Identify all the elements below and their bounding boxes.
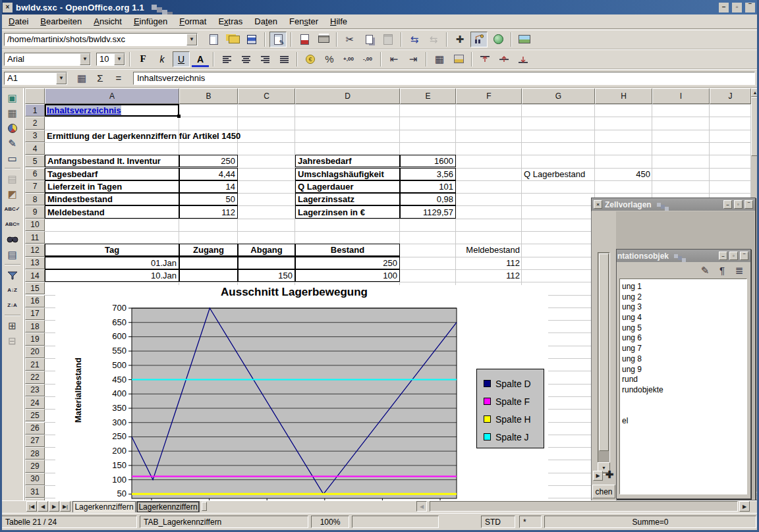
bold-button[interactable]: F	[134, 51, 152, 67]
cell-A7[interactable]: Lieferzeit in Tagen	[45, 180, 179, 193]
strip-scroll-thumb[interactable]	[599, 253, 609, 451]
ungroup-button[interactable]: ⊟	[4, 333, 21, 348]
sheet-tab-1[interactable]: Lagerkennziffern	[72, 501, 136, 512]
row-header-15[interactable]: 15	[25, 282, 45, 294]
column-header-E[interactable]: E	[400, 88, 456, 104]
row-header-18[interactable]: 18	[25, 320, 45, 332]
font-color-button[interactable]: A	[192, 51, 209, 67]
cell-D12[interactable]: Bestand	[295, 244, 400, 256]
cell-B13[interactable]	[179, 257, 238, 269]
cell-B5[interactable]: 250	[179, 155, 238, 167]
minimize-button[interactable]: –	[723, 200, 732, 209]
row-header-24[interactable]: 24	[25, 396, 45, 409]
equals-button[interactable]: =	[110, 70, 127, 86]
style-list-item[interactable]: ung 9	[620, 365, 746, 375]
selection-handle[interactable]	[177, 115, 181, 118]
shade-button[interactable]: ‾	[740, 252, 748, 260]
strip-right-icon[interactable]: ▶	[593, 471, 603, 481]
cell-F13[interactable]: 112	[456, 257, 522, 269]
tab-scrollbar-splitter[interactable]	[202, 502, 207, 511]
menu-daten[interactable]: Daten	[248, 15, 283, 28]
column-header-B[interactable]: B	[179, 88, 238, 104]
cell-A13[interactable]: 01.Jan	[45, 257, 179, 269]
row-header-7[interactable]: 7	[25, 180, 45, 193]
open-document-button[interactable]	[224, 32, 241, 47]
cell-D8[interactable]: Lagerzinssatz	[295, 193, 400, 205]
increase-indent-button[interactable]: ⇥	[405, 51, 422, 67]
row-header-3[interactable]: 3	[25, 130, 45, 142]
column-header-C[interactable]: C	[238, 88, 295, 104]
draw-functions-button[interactable]: ✎	[4, 136, 21, 151]
export-pdf-button[interactable]	[296, 32, 313, 47]
last-sheet-button[interactable]: ▶|	[60, 501, 70, 512]
style-list-item[interactable]: ung 3	[620, 302, 746, 313]
underline-button[interactable]: U	[173, 51, 190, 67]
remove-decimal-button[interactable]: -,00	[359, 51, 376, 67]
autospellcheck-button[interactable]: ABC≈	[4, 217, 21, 232]
cell-A9[interactable]: Meldebestand	[45, 205, 179, 218]
cell-C12[interactable]: Abgang	[238, 244, 295, 256]
cell-E7[interactable]: 101	[400, 180, 456, 193]
first-sheet-button[interactable]: |◀	[26, 501, 37, 512]
edit-file-button[interactable]: ✎	[269, 32, 287, 47]
cell-B9[interactable]: 112	[179, 205, 238, 218]
find-replace-button[interactable]	[4, 232, 21, 247]
paste-button[interactable]	[380, 32, 397, 47]
row-header-4[interactable]: 4	[25, 142, 45, 155]
zellvorlagen-title-bar[interactable]: × Zellvorlagen –▫‾	[592, 198, 755, 211]
sort-ascending-button[interactable]: A↓Z	[4, 282, 21, 298]
decrease-indent-button[interactable]: ⇤	[385, 51, 403, 67]
row-header-8[interactable]: 8	[25, 193, 45, 205]
row-header-22[interactable]: 22	[25, 371, 45, 383]
menu-hilfe[interactable]: Hilfe	[324, 15, 353, 28]
cell-F14[interactable]: 112	[456, 269, 522, 282]
shade-button[interactable]: ‾	[745, 200, 753, 209]
italic-button[interactable]: k	[154, 51, 171, 67]
formula-input[interactable]: Inhaltsverzeichnis	[133, 72, 755, 85]
align-left-button[interactable]	[218, 51, 235, 67]
cell-E6[interactable]: 3,56	[400, 168, 456, 180]
cell-H6[interactable]: 450	[595, 168, 652, 180]
cell-E8[interactable]: 0,98	[400, 193, 456, 205]
align-justify-button[interactable]	[275, 51, 293, 67]
insert-object-button[interactable]	[4, 120, 21, 136]
cell-C14[interactable]: 150	[238, 269, 295, 282]
row-header-13[interactable]: 13	[25, 257, 45, 269]
menu-bearbeiten[interactable]: Bearbeiten	[34, 15, 88, 28]
window-menu-icon[interactable]: ×	[3, 3, 13, 13]
fill-format-mode-button[interactable]: ✎	[698, 263, 712, 277]
cell-E5[interactable]: 1600	[400, 155, 456, 167]
shade-button[interactable]: ‾	[745, 3, 755, 13]
save-document-button[interactable]	[243, 32, 260, 47]
status-zoom-level[interactable]: 100%	[311, 516, 349, 528]
cell-reference-dropdown-icon[interactable]: ▼	[56, 72, 67, 84]
column-header-D[interactable]: D	[295, 88, 400, 104]
style-list-item[interactable]	[620, 396, 746, 406]
row-header-1[interactable]: 1	[25, 104, 45, 117]
previous-sheet-button[interactable]: ◀	[38, 501, 48, 512]
row-header-16[interactable]: 16	[25, 295, 45, 307]
style-list-item[interactable]: ung 4	[620, 313, 746, 323]
url-dropdown-icon[interactable]: ▼	[186, 34, 197, 45]
cell-B8[interactable]: 50	[179, 193, 238, 205]
grid-corner[interactable]	[25, 88, 45, 104]
horizontal-scrollbar[interactable]	[430, 501, 738, 512]
column-header-A[interactable]: A	[45, 88, 179, 104]
minimize-button[interactable]: –	[719, 252, 727, 260]
cell-F12[interactable]: Meldebestand	[456, 244, 522, 256]
font-size-dropdown-icon[interactable]: ▼	[114, 53, 125, 65]
style-list-item[interactable]: ung 6	[620, 333, 746, 344]
column-header-I[interactable]: I	[652, 88, 710, 104]
spellcheck-button[interactable]: ABC✓	[4, 201, 21, 217]
row-header-26[interactable]: 26	[25, 422, 45, 435]
row-header-12[interactable]: 12	[25, 244, 45, 256]
scroll-up-icon[interactable]: ▲	[751, 88, 759, 97]
row-header-10[interactable]: 10	[25, 219, 45, 231]
stylist-button[interactable]	[470, 32, 488, 47]
borders-button[interactable]: ▦	[431, 51, 448, 67]
row-header-9[interactable]: 9	[25, 205, 45, 218]
cell-A14[interactable]: 10.Jan	[45, 269, 179, 282]
add-decimal-button[interactable]: +,00	[340, 51, 357, 67]
align-right-button[interactable]	[256, 51, 273, 67]
cell-D7[interactable]: Q Lagerdauer	[295, 180, 400, 193]
